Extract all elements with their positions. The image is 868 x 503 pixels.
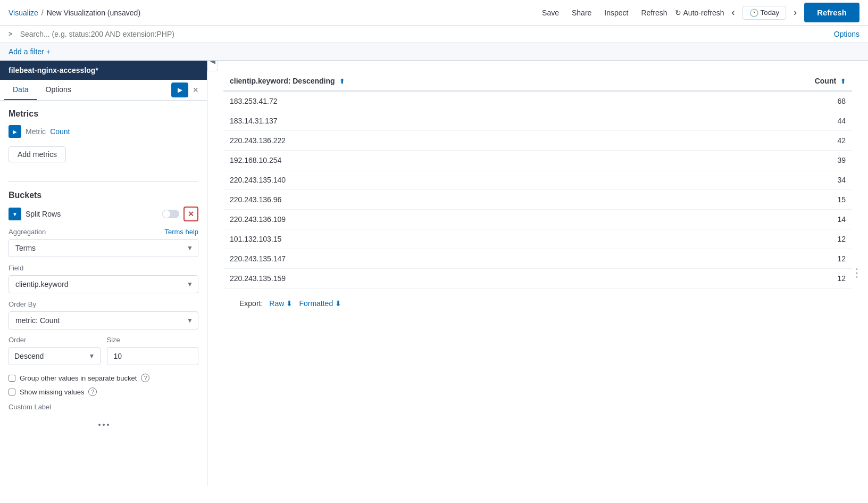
export-row: Export: Raw ⬇ Formatted ⬇: [223, 288, 852, 313]
group-other-label: Group other values in separate bucket: [20, 374, 137, 382]
metric-type-label: Metric: [26, 127, 46, 136]
left-panel: filebeat-nginx-accesslog* Data Options ▶…: [0, 61, 207, 486]
size-label: Size: [107, 336, 199, 344]
order-by-select[interactable]: metric: Count Custom metric: [9, 311, 198, 329]
search-area: >_: [0, 26, 825, 43]
panel-header: filebeat-nginx-accesslog*: [0, 61, 207, 80]
order-select[interactable]: Descend Ascend: [9, 347, 101, 365]
cell-count-8: 12: [691, 249, 852, 269]
field-label: Field: [9, 264, 23, 272]
today-label: Today: [761, 9, 780, 17]
cell-count-2: 42: [691, 131, 852, 151]
order-group: Order Descend Ascend ▼: [9, 336, 101, 365]
terms-help-link[interactable]: Terms help: [164, 228, 198, 236]
collapse-panel-button[interactable]: ◀: [207, 61, 218, 71]
enabled-toggle[interactable]: [162, 210, 179, 218]
field-select[interactable]: clientip.keyword request.keyword agent.k…: [9, 275, 198, 293]
cell-count-7: 12: [691, 229, 852, 249]
table-row: 192.168.10.254 39: [223, 151, 852, 170]
cell-count-4: 34: [691, 170, 852, 190]
table-header-row: clientip.keyword: Descending ⬆ Count ⬆: [223, 71, 852, 91]
cell-ip-5: 220.243.136.96: [223, 190, 691, 210]
add-filter-button[interactable]: Add a filter +: [9, 47, 51, 56]
table-wrapper: clientip.keyword: Descending ⬆ Count ⬆ 1…: [207, 61, 868, 324]
show-missing-label: Show missing values: [20, 388, 84, 396]
field-label-wrapper: Field: [9, 263, 198, 272]
custom-label-section: Custom Label: [9, 402, 198, 411]
scroll-indicator: [0, 419, 207, 430]
column-count-header[interactable]: Count ⬆: [691, 71, 852, 91]
export-formatted-link[interactable]: Formatted ⬇: [299, 299, 341, 308]
cell-count-9: 12: [691, 269, 852, 288]
table-row: 220.243.135.159 12: [223, 269, 852, 288]
size-group: Size: [107, 336, 199, 365]
table-row: 183.253.41.72 68: [223, 91, 852, 111]
save-button[interactable]: Save: [537, 5, 564, 20]
tab-options[interactable]: Options: [37, 80, 80, 100]
order-by-label: Order By: [9, 300, 36, 308]
show-missing-checkbox-row: Show missing values ?: [9, 387, 198, 396]
run-button[interactable]: ▶: [171, 83, 188, 97]
breadcrumb-separator: /: [41, 9, 44, 17]
metrics-section: Metrics ▶ Metric Count Add metrics: [9, 109, 198, 173]
filter-bar: Add a filter +: [0, 43, 868, 61]
table-row: 220.243.135.140 34: [223, 170, 852, 190]
search-input[interactable]: [20, 30, 817, 38]
ellipsis-menu[interactable]: ···: [852, 268, 864, 280]
refresh-button[interactable]: Refresh: [636, 5, 672, 20]
order-select-wrapper: Descend Ascend ▼: [9, 347, 101, 365]
auto-refresh-toggle[interactable]: ↻ Auto-refresh: [675, 9, 724, 17]
cell-count-1: 44: [691, 111, 852, 131]
share-button[interactable]: Share: [566, 5, 597, 20]
order-by-label-wrapper: Order By: [9, 300, 198, 308]
metric-value-label: Count: [50, 127, 70, 136]
cell-ip-9: 220.243.135.159: [223, 269, 691, 288]
tab-data[interactable]: Data: [4, 80, 37, 100]
show-missing-info-icon[interactable]: ?: [88, 387, 97, 396]
show-missing-checkbox[interactable]: [9, 389, 15, 395]
aggregation-select[interactable]: Terms Filters Range Date Range IP Range …: [9, 239, 198, 257]
aggregation-label: Aggregation: [9, 228, 46, 236]
cell-ip-8: 220.243.135.147: [223, 249, 691, 269]
cell-ip-3: 192.168.10.254: [223, 151, 691, 170]
add-metrics-button[interactable]: Add metrics: [9, 146, 66, 162]
column-ip-header[interactable]: clientip.keyword: Descending ⬆: [223, 71, 691, 91]
table-row: 220.243.136.222 42: [223, 131, 852, 151]
size-input[interactable]: [107, 347, 199, 365]
group-other-checkbox[interactable]: [9, 375, 15, 382]
scroll-dot-1: [98, 424, 101, 426]
group-other-info-icon[interactable]: ?: [141, 374, 149, 382]
formatted-download-icon: ⬇: [335, 299, 341, 308]
data-table: clientip.keyword: Descending ⬆ Count ⬆ 1…: [223, 71, 852, 288]
cell-ip-2: 220.243.136.222: [223, 131, 691, 151]
nav-prev-button[interactable]: ‹: [727, 4, 740, 21]
refresh-big-button[interactable]: Refresh: [804, 3, 859, 22]
aggregation-row-header: Aggregation Terms help: [9, 228, 198, 236]
cell-ip-4: 220.243.135.140: [223, 170, 691, 190]
export-raw-link[interactable]: Raw ⬇: [269, 299, 293, 308]
split-rows-toggle-button[interactable]: ▼: [9, 208, 21, 220]
today-button[interactable]: 🕐 Today: [742, 6, 787, 20]
buckets-title: Buckets: [9, 191, 198, 200]
raw-download-icon: ⬇: [286, 299, 293, 308]
section-divider-1: [9, 182, 198, 182]
nav-next-button[interactable]: ›: [788, 4, 802, 21]
scroll-dot-3: [107, 424, 109, 426]
metric-count-item: ▶ Metric Count: [9, 125, 198, 138]
cell-count-0: 68: [691, 91, 852, 111]
column-count-label: Count: [815, 77, 836, 85]
group-other-checkbox-row: Group other values in separate bucket ?: [9, 374, 198, 382]
options-link[interactable]: Options: [834, 30, 859, 38]
inspect-button[interactable]: Inspect: [599, 5, 633, 20]
panel-content: Metrics ▶ Metric Count Add metrics: [0, 101, 207, 486]
panel-scroll: Metrics ▶ Metric Count Add metrics: [0, 101, 207, 419]
search-bar: >_ Options: [0, 26, 868, 43]
close-panel-button[interactable]: ×: [188, 83, 203, 98]
metric-toggle-button[interactable]: ▶: [9, 125, 21, 138]
visualize-link[interactable]: Visualize: [9, 9, 38, 17]
column-ip-label: clientip.keyword: Descending: [230, 77, 335, 85]
delete-bucket-button[interactable]: ✕: [183, 207, 198, 221]
top-nav: Visualize / New Visualization (unsaved) …: [0, 0, 868, 26]
order-label: Order: [9, 336, 101, 344]
panel-tabs: Data Options ▶ ×: [0, 80, 207, 101]
